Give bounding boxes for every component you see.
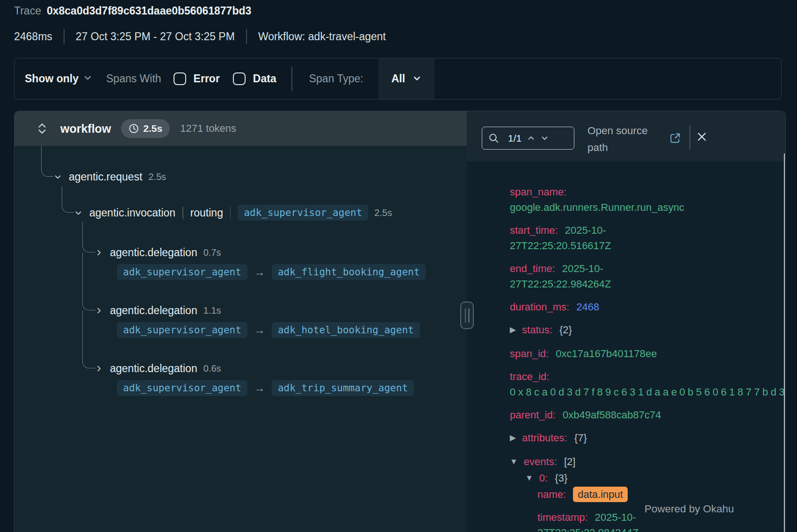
agent-chip-from[interactable]: adk_supervisor_agent bbox=[117, 322, 247, 338]
chevron-right-icon[interactable] bbox=[95, 249, 103, 257]
span-row-request[interactable]: agentic.request 2.5s bbox=[54, 167, 166, 186]
spans-with-label: Spans With bbox=[106, 72, 161, 85]
chevron-down-icon bbox=[413, 74, 421, 84]
expand-collapse-all-icon[interactable] bbox=[37, 122, 47, 135]
chevron-down-icon[interactable] bbox=[54, 173, 62, 181]
span-row-delegation-3[interactable]: agentic.delegation 0.6s bbox=[95, 359, 221, 378]
search-highlight-value: data.input bbox=[573, 487, 628, 502]
delegation-agents-3: adk_supervisor_agent → adk_trip_summary_… bbox=[117, 380, 414, 396]
span-duration: 1.1s bbox=[203, 305, 221, 316]
span-route-type: routing bbox=[190, 207, 223, 219]
filter-divider bbox=[291, 67, 292, 91]
span-json-view: span_name: google.adk.runners.Runner.run… bbox=[467, 161, 785, 532]
header-divider bbox=[689, 126, 690, 149]
json-field-span-id: span_id: 0xc17a167b401178ee bbox=[510, 346, 785, 361]
trace-id-value: 0x8ca0d3d7f89c631daae0b56061877bd3 bbox=[47, 5, 251, 17]
span-duration: 2.5s bbox=[374, 208, 392, 218]
json-field-event-0: ▼0: {3} bbox=[510, 470, 785, 487]
tree-connector bbox=[82, 252, 95, 310]
meta-divider bbox=[64, 29, 65, 44]
json-field-duration-ms: duration_ms: 2468 bbox=[510, 299, 785, 315]
span-duration: 2.5s bbox=[148, 172, 166, 182]
span-tree-pane: workflow 2.5s 1271 tokens a bbox=[14, 111, 467, 532]
detail-search-input[interactable]: 1/1 bbox=[482, 127, 574, 150]
tree-connector bbox=[82, 310, 95, 368]
close-icon[interactable] bbox=[696, 131, 708, 143]
span-name: agentic.request bbox=[69, 171, 142, 183]
tree-connector bbox=[41, 146, 53, 177]
search-icon bbox=[488, 133, 499, 144]
span-name: agentic.invocation bbox=[89, 207, 175, 219]
span-detail-pane: 1/1 Open source path bbox=[467, 111, 785, 532]
show-only-label: Show only bbox=[25, 72, 79, 85]
json-field-event-name: name: data.input bbox=[510, 487, 785, 502]
span-row-invocation[interactable]: agentic.invocation routing adk_superviso… bbox=[74, 203, 392, 222]
agent-chip-to[interactable]: adk_hotel_booking_agent bbox=[272, 322, 420, 338]
search-match-count: 1/1 bbox=[508, 133, 522, 144]
json-field-events: ▼events: [2] bbox=[510, 454, 785, 470]
span-type-select[interactable]: All bbox=[378, 58, 435, 99]
chevron-down-icon bbox=[83, 72, 92, 85]
chevron-right-icon[interactable] bbox=[95, 307, 103, 315]
search-next-button[interactable] bbox=[541, 134, 549, 142]
detail-header: 1/1 Open source path bbox=[467, 111, 785, 161]
data-checkbox[interactable] bbox=[233, 72, 246, 85]
trace-workflow-name: Workflow: adk-travel-agent bbox=[258, 30, 386, 43]
data-checkbox-label: Data bbox=[253, 72, 276, 85]
arrow-right-icon: → bbox=[254, 324, 265, 337]
span-type-label: Span Type: bbox=[309, 72, 363, 85]
chevron-right-icon[interactable] bbox=[95, 365, 103, 373]
trace-time-range: 27 Oct 3:25 PM - 27 Oct 3:25 PM bbox=[76, 30, 235, 43]
workflow-header: workflow 2.5s 1271 tokens bbox=[14, 111, 467, 146]
agent-chip-supervisor[interactable]: adk_supervisor_agent bbox=[238, 205, 368, 221]
tree-connector bbox=[62, 186, 74, 213]
error-checkbox-label: Error bbox=[194, 72, 220, 85]
workflow-duration: 2.5s bbox=[143, 123, 162, 134]
workflow-duration-badge: 2.5s bbox=[121, 119, 170, 138]
trace-duration: 2468ms bbox=[14, 30, 52, 43]
detail-scrollbar[interactable] bbox=[784, 153, 785, 532]
search-prev-button[interactable] bbox=[527, 134, 535, 142]
collapsed-triangle-icon[interactable]: ▶ bbox=[510, 322, 516, 338]
agent-chip-to[interactable]: adk_flight_booking_agent bbox=[272, 264, 426, 280]
expanded-triangle-icon[interactable]: ▼ bbox=[525, 470, 533, 486]
chevron-down-icon[interactable] bbox=[74, 209, 82, 217]
page-title: Trace 0x8ca0d3d7f89c631daae0b56061877bd3 bbox=[14, 5, 251, 17]
agent-chip-to[interactable]: adk_trip_summary_agent bbox=[272, 380, 414, 396]
span-name: agentic.delegation bbox=[110, 246, 197, 259]
json-field-status: ▶status: {2} bbox=[510, 322, 785, 338]
external-link-icon[interactable] bbox=[669, 132, 681, 144]
span-name: agentic.delegation bbox=[110, 362, 197, 375]
json-field-trace-id: trace_id: 0x8ca0d3d7f89c631daae0b5606187… bbox=[510, 369, 785, 400]
workflow-title: workflow bbox=[60, 122, 111, 136]
json-field-start-time: start_time: 2025-10- 27T22:25:20.516617Z bbox=[510, 223, 785, 253]
span-name: agentic.delegation bbox=[110, 304, 197, 317]
pane-resize-handle[interactable] bbox=[460, 302, 474, 329]
row-divider bbox=[230, 207, 231, 219]
json-field-attributes: ▶attributes: {7} bbox=[510, 430, 785, 446]
delegation-agents-2: adk_supervisor_agent → adk_hotel_booking… bbox=[117, 322, 420, 338]
json-field-end-time: end_time: 2025-10- 27T22:25:22.984264Z bbox=[510, 261, 785, 292]
collapsed-triangle-icon[interactable]: ▶ bbox=[510, 430, 516, 446]
arrow-right-icon: → bbox=[254, 381, 265, 395]
span-duration: 0.7s bbox=[203, 247, 221, 258]
agent-chip-from[interactable]: adk_supervisor_agent bbox=[117, 264, 247, 280]
expanded-triangle-icon[interactable]: ▼ bbox=[510, 454, 518, 469]
trace-meta-row: 2468ms 27 Oct 3:25 PM - 27 Oct 3:25 PM W… bbox=[14, 29, 386, 44]
open-source-path-button[interactable]: Open source path bbox=[587, 122, 667, 156]
span-type-value: All bbox=[391, 72, 405, 85]
row-divider bbox=[182, 207, 183, 219]
agent-chip-from[interactable]: adk_supervisor_agent bbox=[117, 380, 247, 396]
span-row-delegation-1[interactable]: agentic.delegation 0.7s bbox=[95, 243, 221, 262]
span-duration: 0.6s bbox=[203, 363, 221, 374]
json-field-parent-id: parent_id: 0xb49af588cab87c74 bbox=[510, 407, 785, 423]
trace-panel: workflow 2.5s 1271 tokens a bbox=[14, 111, 786, 532]
json-field-event-timestamp: timestamp: 2025-10- 27T22:25:22.984244Z bbox=[510, 510, 785, 532]
show-only-dropdown[interactable]: Show only bbox=[25, 72, 92, 85]
json-field-span-name: span_name: google.adk.runners.Runner.run… bbox=[510, 184, 785, 215]
tree-connector bbox=[82, 222, 95, 252]
error-checkbox[interactable] bbox=[174, 72, 186, 85]
span-row-delegation-2[interactable]: agentic.delegation 1.1s bbox=[95, 301, 221, 320]
delegation-agents-1: adk_supervisor_agent → adk_flight_bookin… bbox=[117, 264, 426, 280]
trace-viewer-page: Trace 0x8ca0d3d7f89c631daae0b56061877bd3… bbox=[0, 0, 797, 532]
